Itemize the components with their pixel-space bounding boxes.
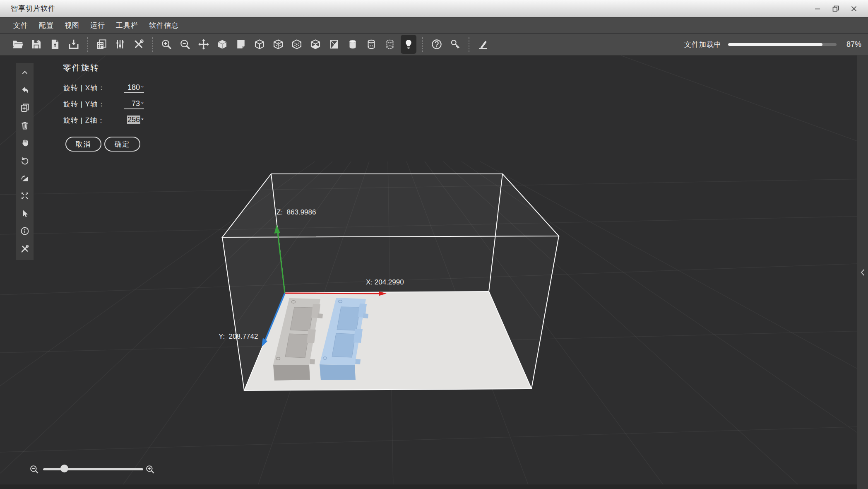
model-info-button[interactable] xyxy=(18,225,32,237)
duplicate-part-button[interactable] xyxy=(18,101,32,114)
scale-maximize-button[interactable] xyxy=(18,190,32,202)
toolbar-separator xyxy=(87,37,88,52)
rotate-y-input[interactable]: 73° xyxy=(124,99,144,109)
rotate-ccw-icon xyxy=(20,156,30,166)
degree-unit: ° xyxy=(141,100,144,107)
info-icon xyxy=(20,226,30,236)
parameters-button[interactable] xyxy=(111,35,129,54)
rotate-x-input[interactable]: 180° xyxy=(124,83,144,93)
menu-toolbar[interactable]: 工具栏 xyxy=(111,21,144,30)
menu-run[interactable]: 运行 xyxy=(85,21,111,30)
minimize-button[interactable] xyxy=(811,3,824,14)
delete-part-button[interactable] xyxy=(18,119,32,132)
trash-icon xyxy=(20,120,30,130)
z-axis-label: Z: 863.9986 xyxy=(277,208,316,217)
progress-bar xyxy=(728,43,837,46)
view-cylinder-wireframe-button[interactable] xyxy=(362,35,380,54)
light-toggle-button[interactable] xyxy=(401,35,416,54)
titlebar: 智享切片软件 xyxy=(0,0,868,17)
file-plus-icon xyxy=(20,103,30,113)
degree-unit: ° xyxy=(141,116,144,123)
zoom-out-glass-button[interactable] xyxy=(29,464,40,477)
loading-label: 文件加载中 xyxy=(684,40,721,49)
wrench-screwdriver-icon xyxy=(132,38,145,51)
right-panel-strip[interactable] xyxy=(857,55,868,489)
lay-flat-button[interactable] xyxy=(18,172,32,185)
toolbar-separator xyxy=(422,37,423,52)
lay-flat-icon xyxy=(20,173,30,183)
bottom-strip xyxy=(0,484,868,489)
restore-icon xyxy=(832,5,840,13)
menu-view[interactable]: 视图 xyxy=(59,21,85,30)
cylinder-dashed-icon xyxy=(384,38,396,51)
zoom-in-glass-button[interactable] xyxy=(145,464,156,477)
move-arrows-icon xyxy=(197,38,210,51)
window-controls xyxy=(811,0,861,17)
menu-config[interactable]: 配置 xyxy=(34,21,59,30)
key-icon xyxy=(449,38,462,51)
zoom-slider-track[interactable] xyxy=(43,468,143,470)
view-box-solid-button[interactable] xyxy=(213,35,231,54)
file-upload-icon xyxy=(49,38,61,51)
download-tray-icon xyxy=(67,38,80,51)
zoom-out-button[interactable] xyxy=(176,35,194,54)
open-folder-icon xyxy=(12,38,24,51)
app-title: 智享切片软件 xyxy=(11,4,55,13)
box-solid-icon xyxy=(216,38,228,51)
import-model-button[interactable] xyxy=(46,35,64,54)
collapse-button[interactable] xyxy=(18,66,32,79)
view-cylinder-dashed-button[interactable] xyxy=(380,35,399,54)
view-cylinder-solid-button[interactable] xyxy=(343,35,362,54)
rotate-z-input[interactable]: 256° xyxy=(124,116,144,125)
move-view-button[interactable] xyxy=(194,35,213,54)
chevron-left-icon xyxy=(860,268,866,277)
toolbar-separator xyxy=(152,37,153,52)
close-button[interactable] xyxy=(847,3,861,14)
chevron-up-icon xyxy=(20,67,30,77)
crossed-tools-icon xyxy=(20,244,30,254)
help-button[interactable] xyxy=(427,35,446,54)
magnifier-minus-icon xyxy=(29,464,40,475)
zoom-slider-thumb[interactable] xyxy=(60,465,68,472)
menu-file[interactable]: 文件 xyxy=(8,21,34,30)
rotate-part-button[interactable] xyxy=(18,154,32,167)
progress-fill xyxy=(728,43,822,46)
view-box-base-button[interactable] xyxy=(306,35,325,54)
copy-pages-icon xyxy=(95,38,108,51)
prism-cut-icon xyxy=(328,38,340,51)
loading-progress-area: 文件加载中 87% xyxy=(684,40,861,49)
sheet-icon xyxy=(235,38,247,51)
zoom-in-button[interactable] xyxy=(157,35,176,54)
box-hidden-edges-icon xyxy=(291,38,303,51)
view-prism-cut-button[interactable] xyxy=(325,35,343,54)
sliders-icon xyxy=(114,38,126,51)
tools-button[interactable] xyxy=(129,35,148,54)
pan-hand-button[interactable] xyxy=(18,137,32,149)
pen-icon xyxy=(477,38,489,51)
app-window: { "window": { "title": "智享切片软件" }, "menu… xyxy=(0,0,868,489)
panel-title: 零件旋转 xyxy=(63,62,144,73)
view-box-dashed-button[interactable] xyxy=(269,35,287,54)
view-sheet-button[interactable] xyxy=(231,35,250,54)
save-button[interactable] xyxy=(27,35,46,54)
menu-about[interactable]: 软件信息 xyxy=(144,21,184,30)
expand-arrows-icon xyxy=(20,191,30,201)
batch-copy-button[interactable] xyxy=(92,35,111,54)
cancel-button[interactable]: 取消 xyxy=(65,137,101,152)
export-download-button[interactable] xyxy=(64,35,83,54)
ok-button[interactable]: 确定 xyxy=(104,137,140,152)
y-axis-label: Y: 208.7742 xyxy=(219,332,258,341)
repair-tools-button[interactable] xyxy=(18,243,32,255)
side-toolbar xyxy=(16,63,34,260)
view-box-wireframe-button[interactable] xyxy=(250,35,269,54)
license-key-button[interactable] xyxy=(446,35,464,54)
menubar: 文件 配置 视图 运行 工具栏 软件信息 xyxy=(0,18,868,33)
select-cursor-button[interactable] xyxy=(18,207,32,220)
calibrate-pen-button[interactable] xyxy=(474,35,492,54)
undo-button[interactable] xyxy=(18,84,32,96)
open-file-button[interactable] xyxy=(8,35,27,54)
restore-button[interactable] xyxy=(829,3,842,14)
degree-unit: ° xyxy=(141,84,144,91)
view-box-hidden-edges-button[interactable] xyxy=(287,35,306,54)
save-floppy-icon xyxy=(30,38,43,51)
